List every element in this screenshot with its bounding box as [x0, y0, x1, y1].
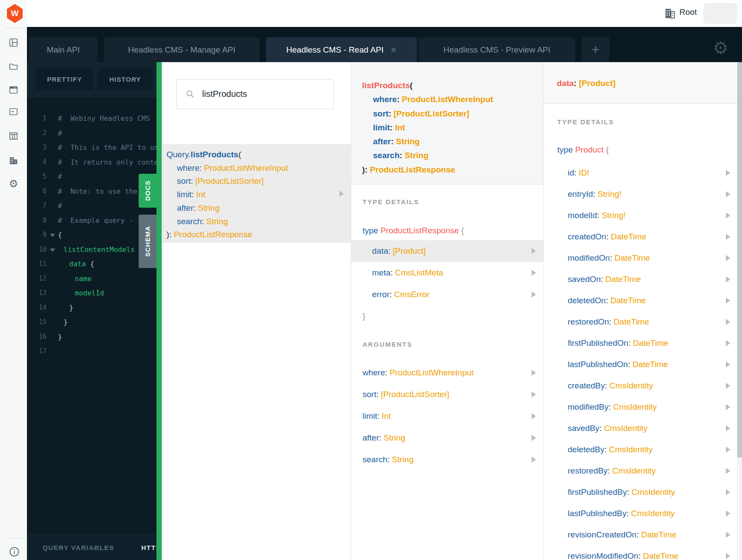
account-menu[interactable]: A	[703, 3, 737, 24]
webiny-logo[interactable]: W	[6, 4, 23, 23]
doc-field-row[interactable]: savedOn: DateTime	[544, 268, 742, 290]
result-arg-line: after: String	[166, 202, 351, 215]
scrollbar-thumb[interactable]	[737, 62, 742, 457]
line-number: 3	[27, 140, 47, 155]
docs-scrollbar[interactable]	[737, 62, 742, 560]
field-type[interactable]: [Product]	[579, 79, 616, 88]
expand-arrow-icon	[726, 212, 730, 219]
code-line[interactable]: 6# Note: to use the API	[27, 184, 156, 199]
settings-icon[interactable]: ⚙	[8, 179, 19, 189]
code-text: listContentModels {	[58, 242, 143, 257]
doc-field-row[interactable]: id: ID!	[544, 162, 742, 183]
code-line[interactable]: 14}	[27, 301, 156, 315]
doc-field-row[interactable]: modelId: String!	[544, 205, 742, 226]
fold-arrow-icon[interactable]	[50, 249, 55, 252]
code-line[interactable]: 15}	[27, 315, 156, 330]
query-variables-tab[interactable]: QUERY VARIABLES	[43, 544, 114, 551]
type-name[interactable]: Product	[575, 145, 603, 154]
fold-gutter	[47, 315, 58, 330]
gear-icon[interactable]: ⚙	[713, 39, 729, 56]
field-signature: listProducts(where: ProductListWhereInpu…	[351, 62, 543, 185]
doc-argument-row[interactable]: search: String	[351, 449, 543, 471]
tenant-icon[interactable]	[8, 156, 19, 166]
code-line[interactable]: 13modelId	[27, 286, 156, 301]
docs-divider-bar[interactable]	[156, 62, 162, 560]
doc-argument-row[interactable]: where: ProductListWhereInput	[351, 362, 543, 384]
code-line[interactable]: 5#	[27, 169, 156, 184]
open-brace: {	[606, 145, 609, 154]
doc-field-row[interactable]: restoredBy: CmsIdentity	[544, 460, 742, 481]
doc-field-row[interactable]: firstPublishedOn: DateTime	[544, 332, 742, 354]
code-line[interactable]: 11data {	[27, 257, 156, 272]
code-line[interactable]: 2#	[27, 126, 156, 141]
code-line[interactable]: 1# Webiny Headless CMS	[27, 111, 156, 126]
doc-field-row[interactable]: modifiedOn: DateTime	[544, 247, 742, 268]
close-icon[interactable]: ×	[390, 46, 396, 54]
code-line[interactable]: 4# It returns only content	[27, 155, 156, 170]
add-tab-button[interactable]: +	[582, 37, 609, 62]
code-line[interactable]: 16}	[27, 330, 156, 345]
code-line[interactable]: 9{	[27, 228, 156, 242]
tab-headless-cms-manage-api[interactable]: Headless CMS - Manage API	[104, 37, 260, 62]
table-icon[interactable]	[8, 131, 19, 141]
doc-field-row[interactable]: entryId: String!	[544, 183, 742, 205]
doc-field-row[interactable]: meta: CmsListMeta	[351, 262, 543, 284]
doc-argument-row[interactable]: limit: Int	[351, 405, 543, 427]
doc-argument-row[interactable]: sort: [ProductListSorter]	[351, 384, 543, 405]
line-number: 17	[27, 344, 47, 359]
tab-main-api[interactable]: Main API	[29, 37, 97, 62]
docs-field-column: listProducts(where: ProductListWhereInpu…	[351, 62, 543, 560]
expand-arrow-icon	[726, 383, 730, 389]
doc-field-row[interactable]: restoredOn: DateTime	[544, 311, 742, 332]
doc-field-row[interactable]: lastPublishedBy: CmsIdentity	[544, 503, 742, 524]
code-editor[interactable]: 1# Webiny Headless CMS2#3# This is the A…	[27, 98, 156, 534]
folder-icon[interactable]	[8, 61, 19, 72]
docs-search-input[interactable]	[201, 89, 327, 99]
http-headers-tab[interactable]: HTTP HEADERS	[141, 544, 156, 551]
doc-field-row[interactable]: deletedOn: DateTime	[544, 290, 742, 311]
code-line[interactable]: 12name	[27, 272, 156, 286]
fold-gutter	[47, 155, 58, 170]
tab-label: Headless CMS - Manage API	[128, 45, 235, 55]
type-keyword: type	[557, 145, 573, 154]
doc-field-row[interactable]: revisionModifiedOn: DateTime	[544, 545, 742, 560]
code-line[interactable]: 10listContentModels {	[27, 242, 156, 257]
code-line[interactable]: 3# This is the API to use	[27, 140, 156, 155]
expand-arrow-icon	[726, 532, 730, 538]
tab-headless-cms-preview-api[interactable]: Headless CMS - Preview API	[419, 37, 575, 62]
search-result-item[interactable]: Query.listProducts(where: ProductListWhe…	[162, 145, 351, 243]
doc-field-row[interactable]: revisionCreatedOn: DateTime	[544, 524, 742, 545]
line-number: 1	[27, 111, 47, 126]
prettify-button[interactable]: PRETTIFY	[36, 69, 93, 90]
doc-field-row[interactable]: deletedBy: CmsIdentity	[544, 439, 742, 460]
doc-field-row[interactable]: modifiedBy: CmsIdentity	[544, 396, 742, 418]
api-tab-bar: Main API Headless CMS - Manage API Headl…	[27, 27, 742, 62]
tab-label: Headless CMS - Read API	[286, 45, 384, 55]
schema-tab[interactable]: SCHEMA	[139, 215, 156, 268]
doc-field-row[interactable]: createdOn: DateTime	[544, 226, 742, 247]
type-keyword: type	[363, 226, 378, 235]
history-button[interactable]: HISTORY	[98, 69, 153, 90]
code-line[interactable]: 7#	[27, 199, 156, 213]
line-number: 14	[27, 301, 47, 315]
code-line[interactable]: 17	[27, 344, 156, 359]
form-builder-icon[interactable]	[8, 106, 19, 117]
docs-search-box[interactable]	[176, 79, 334, 109]
doc-field-row[interactable]: lastPublishedOn: DateTime	[544, 354, 742, 375]
doc-argument-row[interactable]: after: String	[351, 427, 543, 449]
type-name[interactable]: ProductListResponse	[380, 226, 459, 235]
info-icon[interactable]	[8, 546, 20, 558]
tab-headless-cms-read-api[interactable]: Headless CMS - Read API ×	[266, 37, 417, 62]
code-line[interactable]: 8# Example query - list content	[27, 213, 156, 228]
fold-gutter	[47, 184, 58, 199]
layout-icon[interactable]	[8, 37, 19, 48]
doc-field-row[interactable]: error: CmsError	[351, 284, 543, 305]
fold-arrow-icon[interactable]	[50, 234, 55, 237]
page-builder-icon[interactable]	[8, 85, 19, 95]
doc-field-row[interactable]: data: [Product]	[351, 240, 543, 262]
doc-field-row[interactable]: savedBy: CmsIdentity	[544, 418, 742, 439]
doc-field-row[interactable]: firstPublishedBy: CmsIdentity	[544, 481, 742, 503]
fold-gutter	[47, 140, 58, 155]
doc-field-row[interactable]: createdBy: CmsIdentity	[544, 375, 742, 396]
docs-tab[interactable]: DOCS	[139, 174, 156, 208]
